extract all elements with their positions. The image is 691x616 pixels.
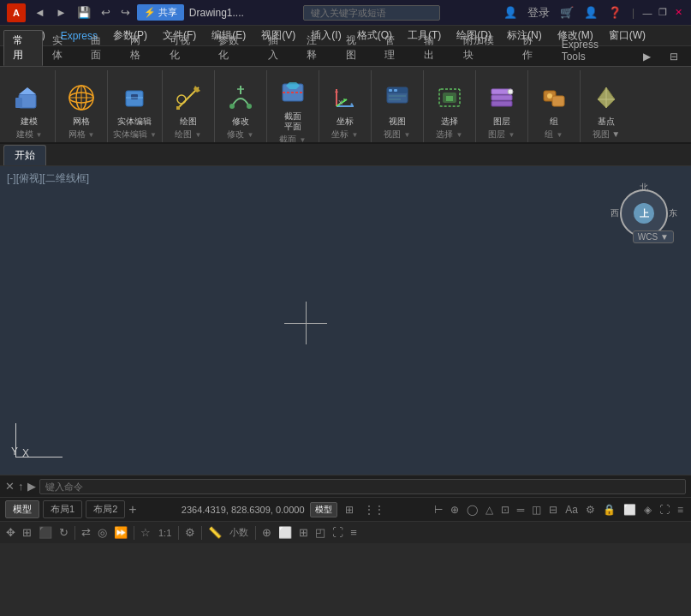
btn-select[interactable]: 选择 <box>429 79 470 129</box>
help-icon[interactable]: ❓ <box>605 4 625 21</box>
btn-solid-edit[interactable]: 实体编辑 <box>114 79 155 129</box>
btm-workspace-icon[interactable]: ⚙ <box>182 524 198 541</box>
tab-output[interactable]: 输出 <box>414 30 454 66</box>
tab-manage[interactable]: 管理 <box>375 30 414 66</box>
model-tab[interactable]: 模型 <box>5 500 39 518</box>
btm-view2-icon[interactable]: ⬜ <box>276 524 295 541</box>
btn-view[interactable]: 视图 <box>377 79 418 129</box>
btm-switch-icon[interactable]: ⇄ <box>79 524 93 541</box>
app-logo[interactable]: A <box>7 3 26 22</box>
btn-basepoint[interactable]: 基点 <box>586 79 627 129</box>
cmd-close-icon[interactable]: ✕ <box>5 480 15 493</box>
isolate-icon[interactable]: ◈ <box>641 503 654 517</box>
account-icon[interactable]: 👤 <box>581 4 601 21</box>
btn-select-label: 选择 <box>441 117 458 127</box>
btm-zoom-icon[interactable]: ⊞ <box>20 524 34 541</box>
annotation-icon[interactable]: Aa <box>563 503 581 517</box>
btn-group[interactable]: 组 <box>533 79 575 129</box>
forward-icon[interactable]: ► <box>52 4 70 21</box>
tab-minimize[interactable]: ⊟ <box>660 47 688 66</box>
hardware-icon[interactable]: ⬜ <box>621 503 639 517</box>
lock-icon[interactable]: 🔒 <box>600 503 618 517</box>
ortho-icon[interactable]: ⊢ <box>432 503 445 517</box>
fullscreen-icon[interactable]: ⛶ <box>657 503 672 517</box>
zoom-scale[interactable]: 1:1 <box>155 526 175 540</box>
btm-orbit-icon[interactable]: ↻ <box>57 524 71 541</box>
btn-coords-label: 坐标 <box>337 117 354 127</box>
layout1-tab[interactable]: 布局1 <box>43 500 82 518</box>
tab-insert[interactable]: 插入 <box>259 30 298 66</box>
customization-icon[interactable]: ≡ <box>675 503 686 517</box>
btm-menu-icon[interactable]: ≡ <box>348 524 360 541</box>
btm-full-icon[interactable]: ⛶ <box>330 524 346 541</box>
back-icon[interactable]: ◄ <box>31 4 49 21</box>
btn-view-label: 视图 <box>389 117 406 127</box>
share-button[interactable]: ⚡ 共享 <box>137 4 184 21</box>
tab-parametric[interactable]: 参数化 <box>209 30 258 66</box>
btm-units-icon[interactable]: 📏 <box>206 524 224 541</box>
polar-icon[interactable]: ⊕ <box>448 503 462 517</box>
status-bar: 模型 布局1 布局2 + 2364.4319, 828.6309, 0.0000… <box>0 497 691 521</box>
axis-y-label: Y <box>11 446 18 458</box>
btn-section[interactable]: 截面平面 <box>272 74 313 134</box>
lweight-icon[interactable]: ═ <box>515 503 527 517</box>
tab-common[interactable]: 常用 <box>3 30 43 66</box>
snap-icon[interactable]: ⋮⋮ <box>361 503 387 517</box>
btm-snap2-icon[interactable]: ⊕ <box>259 524 274 541</box>
user-login[interactable]: 登录 <box>524 3 553 22</box>
btn-draw[interactable]: 绘图 <box>168 79 209 129</box>
doc-tab-start[interactable]: 开始 <box>3 145 46 165</box>
layout2-tab[interactable]: 布局2 <box>86 500 125 518</box>
transparency-icon[interactable]: ◫ <box>529 503 544 517</box>
qprops-icon[interactable]: ⊟ <box>546 503 560 517</box>
cmd-up-icon[interactable]: ↑ <box>18 480 24 493</box>
btm-navwheel-icon[interactable]: ◎ <box>95 524 110 541</box>
tab-addons[interactable]: 附加模块 <box>454 30 513 66</box>
search-input[interactable] <box>303 5 440 21</box>
redo-icon[interactable]: ↪ <box>117 4 134 21</box>
btm-showmotion-icon[interactable]: ⏩ <box>111 524 130 541</box>
btn-mesh[interactable]: 网格 <box>61 79 102 129</box>
section-icon <box>276 75 310 110</box>
tab-more[interactable]: ▶ <box>634 47 660 66</box>
tab-mesh[interactable]: 网格 <box>121 30 160 66</box>
osnap-icon[interactable]: ◯ <box>464 503 480 517</box>
add-layout-button[interactable]: + <box>128 502 136 517</box>
tab-annotate[interactable]: 注释 <box>297 30 337 66</box>
undo-icon[interactable]: ↩ <box>98 4 114 21</box>
btn-layer[interactable]: 图层 <box>481 79 522 129</box>
btm-sep2 <box>134 526 134 540</box>
btn-modify[interactable]: 修改 <box>220 79 261 129</box>
cart-icon[interactable]: 🛒 <box>557 4 577 21</box>
btn-coords[interactable]: X 坐标 <box>325 79 366 129</box>
btm-viewcube-icon[interactable]: ◰ <box>313 524 328 541</box>
drawing-area[interactable]: [-][俯视][二维线框] 北 南 西 东 上 WCS ▼ Y X <box>0 166 691 475</box>
tab-visualize[interactable]: 可视化 <box>160 30 209 66</box>
btn-modeling[interactable]: 建模 <box>9 79 50 129</box>
win-minimize[interactable]: — <box>641 7 653 19</box>
tab-express-tools[interactable]: Express Tools <box>552 35 634 66</box>
command-input[interactable] <box>39 479 687 494</box>
group-coords-label: 坐标 ▼ <box>325 129 366 141</box>
dynin-icon[interactable]: ⊡ <box>498 503 512 517</box>
btm-layout2-icon[interactable]: ⊞ <box>296 524 311 541</box>
tab-collaborate[interactable]: 协作 <box>513 30 552 66</box>
win-restore[interactable]: ❐ <box>657 7 669 19</box>
tab-view[interactable]: 视图 <box>337 30 376 66</box>
btm-pan-icon[interactable]: ✥ <box>3 524 18 541</box>
units-label[interactable]: 小数 <box>226 524 252 541</box>
wcs-badge[interactable]: WCS ▼ <box>633 230 674 243</box>
titlebar-quick-access: ◄ ► 💾 ↩ ↪ ⚡ 共享 <box>31 4 184 21</box>
tab-surface[interactable]: 曲面 <box>81 30 121 66</box>
btm-3d-icon[interactable]: ⬛ <box>36 524 55 541</box>
save-icon[interactable]: 💾 <box>74 4 94 21</box>
workspace-icon[interactable]: ⚙ <box>583 503 598 517</box>
user-icon[interactable]: 👤 <box>500 4 521 21</box>
layer-icon <box>485 81 519 115</box>
btm-anno-icon[interactable]: ☆ <box>138 524 153 541</box>
model-space-indicator[interactable]: 模型 <box>310 502 337 517</box>
win-close[interactable]: ✕ <box>672 7 684 19</box>
grid-icon[interactable]: ⊞ <box>343 503 356 517</box>
ducs-icon[interactable]: △ <box>483 503 496 517</box>
tab-solid[interactable]: 实体 <box>43 30 82 66</box>
